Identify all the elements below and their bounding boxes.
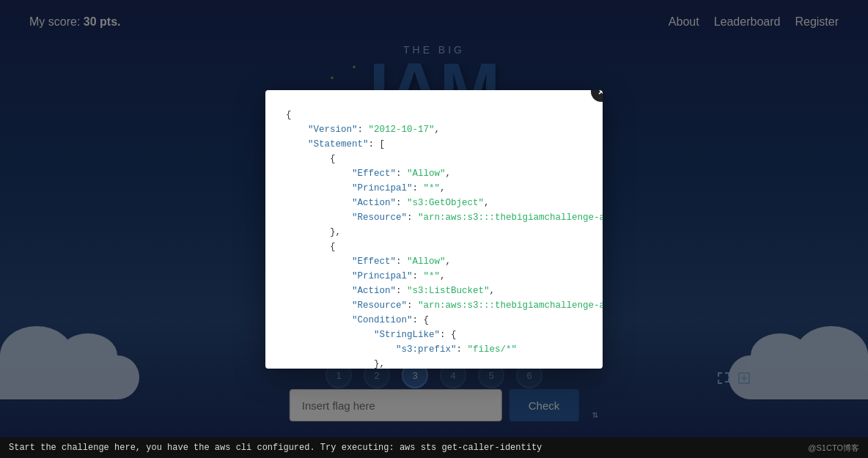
modal-close-button[interactable]: × <box>591 90 603 102</box>
json-content: { "Version": "2012-10-17", "Statement": … <box>286 108 582 369</box>
modal-overlay: × { "Version": "2012-10-17", "Statement"… <box>0 0 868 458</box>
status-bar: Start the challenge here, you have the a… <box>0 437 868 458</box>
modal-dialog: × { "Version": "2012-10-17", "Statement"… <box>265 90 603 369</box>
status-text: Start the challenge here, you have the a… <box>9 443 542 453</box>
status-watermark: @S1CTO博客 <box>808 443 859 454</box>
